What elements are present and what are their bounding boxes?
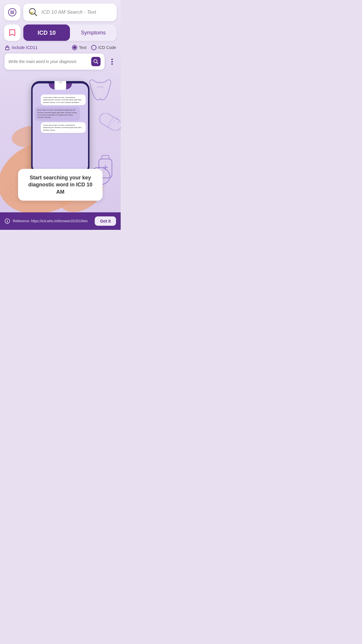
menu-icon bbox=[8, 8, 16, 16]
info-box-text: Start searching your key diagnostic word… bbox=[28, 175, 92, 195]
svg-rect-30 bbox=[55, 81, 66, 90]
phone-illustration: Lorem ipsum dolor sit amet, consectetuer… bbox=[31, 81, 89, 174]
lock-icon bbox=[5, 45, 10, 50]
tabs-container: ICD 10 Symptoms bbox=[23, 24, 117, 41]
radio-text[interactable]: Text bbox=[72, 45, 87, 50]
header: ICD 10 AM Search - Text bbox=[0, 0, 121, 23]
title-bar: ICD 10 AM Search - Text bbox=[23, 4, 117, 21]
tab-row: ICD 10 Symptoms bbox=[0, 23, 121, 43]
phone-chat-bubble-1: Lorem ipsum dolor sit amet, consectetuer… bbox=[41, 94, 86, 105]
got-it-button[interactable]: Got it bbox=[95, 216, 116, 226]
illustration-area: ? bbox=[0, 72, 121, 212]
search-icon bbox=[93, 59, 99, 64]
search-row bbox=[0, 52, 121, 72]
search-button[interactable] bbox=[91, 57, 101, 66]
bookmark-icon bbox=[8, 29, 16, 37]
search-input[interactable] bbox=[8, 59, 91, 64]
phone-chat-bubble-3: Lorem ipsum dolor sit amet, consectetuer… bbox=[41, 122, 86, 133]
bottom-bar: Reference: https://icd.who.int/browse10/… bbox=[0, 212, 121, 230]
svg-line-5 bbox=[34, 13, 37, 16]
tab-symptoms[interactable]: Symptoms bbox=[70, 24, 117, 41]
more-options-button[interactable] bbox=[107, 56, 117, 67]
svg-rect-8 bbox=[6, 47, 9, 50]
radio-circle-text bbox=[72, 45, 77, 50]
app-title: ICD 10 AM Search - Text bbox=[41, 9, 96, 15]
radio-group: Text ICD Code bbox=[72, 45, 116, 50]
info-icon bbox=[5, 218, 10, 224]
radio-circle-code bbox=[91, 45, 96, 50]
reference-text: Reference: https://icd.who.int/browse10/… bbox=[13, 219, 92, 223]
tab-icd10[interactable]: ICD 10 bbox=[23, 24, 70, 41]
phone-chat-bubble-2: ipsum dolor sit amet, consectetuer adipi… bbox=[35, 107, 80, 120]
search-input-container bbox=[4, 53, 105, 70]
svg-point-39 bbox=[7, 220, 8, 220]
app-container: ICD 10 AM Search - Text ICD 10 Symptoms … bbox=[0, 0, 121, 230]
vertical-dots-icon bbox=[111, 59, 113, 65]
phone-screen: Lorem ipsum dolor sit amet, consectetuer… bbox=[33, 83, 88, 172]
svg-point-7 bbox=[30, 11, 31, 13]
radio-icd-code[interactable]: ICD Code bbox=[91, 45, 116, 50]
menu-button[interactable] bbox=[4, 4, 20, 20]
info-message-box: Start searching your key diagnostic word… bbox=[18, 169, 103, 201]
app-logo-icon bbox=[28, 7, 38, 18]
bookmark-button[interactable] bbox=[4, 24, 20, 41]
options-row: Include ICD11 Text ICD Code bbox=[0, 43, 121, 52]
include-icd11-option[interactable]: Include ICD11 bbox=[5, 45, 38, 50]
doctor-figure-icon bbox=[46, 81, 75, 93]
svg-line-10 bbox=[97, 62, 98, 64]
